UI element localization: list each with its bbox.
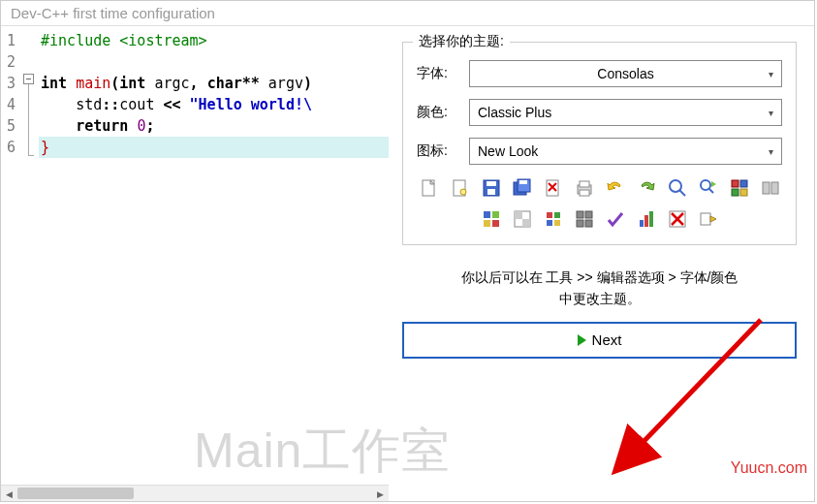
svg-rect-20 bbox=[740, 189, 747, 196]
line-number: 2 bbox=[7, 51, 16, 73]
svg-rect-35 bbox=[585, 211, 592, 218]
scroll-right-icon[interactable]: ▶ bbox=[372, 486, 389, 501]
svg-rect-24 bbox=[492, 211, 499, 218]
find-icon bbox=[666, 176, 689, 200]
svg-line-16 bbox=[708, 188, 713, 193]
chevron-down-icon: ▾ bbox=[769, 69, 773, 79]
icon-preview-grid bbox=[417, 176, 782, 231]
svg-rect-4 bbox=[487, 181, 496, 186]
profile-icon bbox=[635, 207, 658, 231]
color-combobox[interactable]: Classic Plus ▾ bbox=[469, 99, 782, 126]
chevron-down-icon: ▾ bbox=[769, 146, 773, 157]
svg-rect-29 bbox=[522, 219, 530, 227]
next-button[interactable]: Next bbox=[402, 322, 797, 359]
code-line: #include <iostream> bbox=[39, 30, 389, 51]
icon-value: New Look bbox=[478, 143, 538, 159]
svg-rect-28 bbox=[515, 211, 522, 219]
code-line: int main(int argc, char** argv) bbox=[39, 73, 389, 94]
line-number: 1 bbox=[7, 30, 16, 51]
svg-rect-8 bbox=[519, 180, 527, 184]
svg-rect-17 bbox=[732, 180, 738, 187]
line-number: 6 bbox=[7, 137, 16, 158]
svg-rect-40 bbox=[649, 211, 653, 227]
svg-rect-18 bbox=[740, 180, 747, 187]
svg-rect-23 bbox=[484, 211, 490, 218]
svg-rect-22 bbox=[771, 182, 778, 194]
code-area: #include <iostream>int main(int argc, ch… bbox=[39, 26, 389, 485]
options-icon bbox=[573, 207, 596, 231]
line-number: 4 bbox=[7, 94, 16, 115]
next-label: Next bbox=[592, 331, 622, 348]
svg-rect-38 bbox=[640, 220, 644, 227]
theme-group: 选择你的主题: 字体: Consolas ▾ 颜色: Classic Plus … bbox=[402, 42, 797, 245]
svg-point-2 bbox=[460, 189, 466, 195]
content-area: 123456 #include <iostream>int main(int a… bbox=[1, 26, 814, 501]
editor-pane: 123456 #include <iostream>int main(int a… bbox=[1, 26, 389, 501]
save-all-icon bbox=[511, 176, 534, 200]
check-icon bbox=[604, 207, 627, 231]
svg-rect-33 bbox=[554, 220, 560, 226]
save-icon bbox=[480, 176, 503, 200]
close-icon bbox=[542, 176, 565, 200]
config-window: Dev-C++ first time configuration 123456 … bbox=[0, 0, 815, 502]
font-combobox[interactable]: Consolas ▾ bbox=[469, 60, 782, 87]
line-number: 3 bbox=[7, 73, 16, 94]
icon-label: 图标: bbox=[417, 142, 469, 160]
scrollbar-thumb[interactable] bbox=[17, 488, 134, 499]
svg-rect-34 bbox=[577, 211, 583, 218]
find-next-icon bbox=[697, 176, 720, 200]
svg-rect-12 bbox=[580, 190, 589, 196]
svg-rect-26 bbox=[492, 220, 499, 227]
svg-rect-25 bbox=[484, 220, 490, 227]
stop-icon bbox=[666, 207, 689, 231]
hint-line2: 中更改主题。 bbox=[559, 291, 641, 306]
hint-text: 你以后可以在 工具 >> 编辑器选项 > 字体/颜色 中更改主题。 bbox=[402, 267, 797, 310]
window-title: Dev-C++ first time configuration bbox=[1, 1, 814, 26]
color-value: Classic Plus bbox=[478, 105, 551, 120]
goto-icon bbox=[697, 207, 720, 231]
svg-rect-37 bbox=[585, 220, 592, 227]
code-line: } bbox=[39, 137, 389, 158]
group-title: 选择你的主题: bbox=[413, 33, 510, 50]
compile-run-icon bbox=[480, 207, 503, 231]
code-line: std::cout << "Hello world!\ bbox=[39, 94, 389, 115]
undo-icon bbox=[604, 176, 627, 200]
svg-rect-5 bbox=[487, 189, 495, 195]
svg-rect-32 bbox=[547, 220, 552, 226]
horizontal-scrollbar[interactable]: ◀ ▶ bbox=[1, 485, 389, 501]
fold-toggle-icon[interactable] bbox=[23, 74, 34, 84]
svg-rect-21 bbox=[763, 182, 770, 194]
svg-rect-31 bbox=[554, 212, 560, 218]
config-pane: 选择你的主题: 字体: Consolas ▾ 颜色: Classic Plus … bbox=[389, 26, 814, 501]
line-gutter: 123456 bbox=[1, 26, 21, 485]
play-icon bbox=[578, 334, 586, 346]
run-icon bbox=[759, 176, 782, 200]
fold-column bbox=[21, 26, 39, 485]
debug-icon bbox=[542, 207, 565, 231]
line-number: 5 bbox=[7, 115, 16, 137]
redo-icon bbox=[635, 176, 658, 200]
font-value: Consolas bbox=[597, 66, 653, 81]
svg-rect-36 bbox=[577, 220, 583, 227]
new-file-icon bbox=[418, 176, 441, 200]
svg-rect-30 bbox=[547, 212, 552, 218]
scroll-left-icon[interactable]: ◀ bbox=[1, 486, 17, 501]
chevron-down-icon: ▾ bbox=[769, 108, 773, 118]
font-label: 字体: bbox=[417, 65, 469, 82]
new-source-icon bbox=[449, 176, 472, 200]
hint-line1: 你以后可以在 工具 >> 编辑器选项 > 字体/颜色 bbox=[461, 269, 738, 285]
svg-rect-42 bbox=[701, 213, 710, 225]
svg-rect-11 bbox=[580, 181, 589, 187]
code-line bbox=[39, 51, 389, 73]
color-label: 颜色: bbox=[417, 104, 469, 121]
code-line: return 0; bbox=[39, 115, 389, 137]
compile-icon bbox=[728, 176, 751, 200]
svg-rect-39 bbox=[644, 215, 648, 227]
rebuild-icon bbox=[511, 207, 534, 231]
print-icon bbox=[573, 176, 596, 200]
svg-line-14 bbox=[679, 190, 685, 196]
icon-combobox[interactable]: New Look ▾ bbox=[469, 138, 782, 165]
svg-rect-19 bbox=[732, 189, 738, 196]
